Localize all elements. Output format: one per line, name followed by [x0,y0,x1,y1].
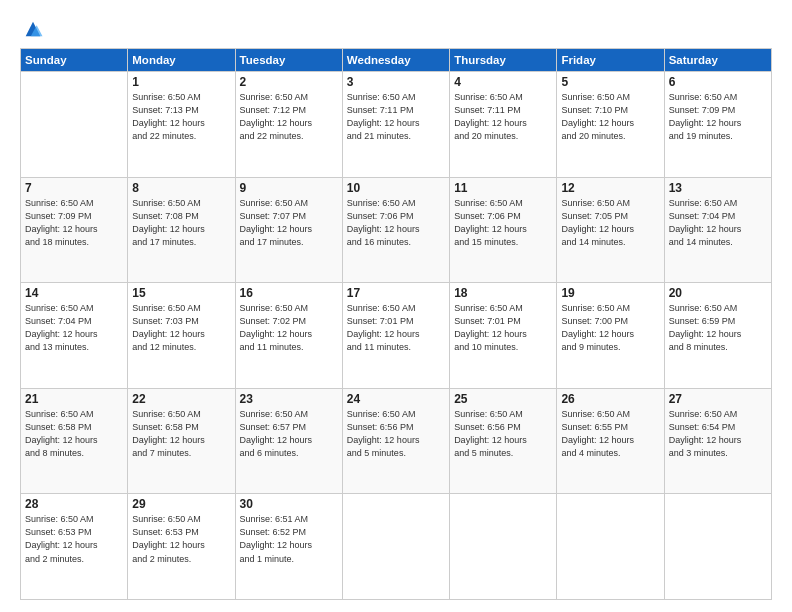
calendar-table: SundayMondayTuesdayWednesdayThursdayFrid… [20,48,772,600]
day-number: 9 [240,181,338,195]
day-info: Sunrise: 6:50 AMSunset: 7:04 PMDaylight:… [25,302,123,354]
day-info: Sunrise: 6:50 AMSunset: 7:09 PMDaylight:… [669,91,767,143]
day-of-week-thursday: Thursday [450,49,557,72]
calendar-cell: 11Sunrise: 6:50 AMSunset: 7:06 PMDayligh… [450,177,557,283]
calendar-cell: 21Sunrise: 6:50 AMSunset: 6:58 PMDayligh… [21,388,128,494]
calendar-cell: 4Sunrise: 6:50 AMSunset: 7:11 PMDaylight… [450,72,557,178]
day-number: 30 [240,497,338,511]
calendar-cell: 12Sunrise: 6:50 AMSunset: 7:05 PMDayligh… [557,177,664,283]
day-info: Sunrise: 6:50 AMSunset: 7:01 PMDaylight:… [347,302,445,354]
calendar-cell [557,494,664,600]
day-info: Sunrise: 6:50 AMSunset: 6:55 PMDaylight:… [561,408,659,460]
calendar-cell: 7Sunrise: 6:50 AMSunset: 7:09 PMDaylight… [21,177,128,283]
calendar-week-3: 14Sunrise: 6:50 AMSunset: 7:04 PMDayligh… [21,283,772,389]
day-info: Sunrise: 6:50 AMSunset: 6:56 PMDaylight:… [347,408,445,460]
calendar-week-2: 7Sunrise: 6:50 AMSunset: 7:09 PMDaylight… [21,177,772,283]
calendar-cell: 18Sunrise: 6:50 AMSunset: 7:01 PMDayligh… [450,283,557,389]
logo [20,22,44,40]
calendar-cell [21,72,128,178]
day-number: 29 [132,497,230,511]
logo-icon [22,18,44,40]
calendar-cell: 25Sunrise: 6:50 AMSunset: 6:56 PMDayligh… [450,388,557,494]
calendar-cell: 28Sunrise: 6:50 AMSunset: 6:53 PMDayligh… [21,494,128,600]
day-info: Sunrise: 6:50 AMSunset: 7:03 PMDaylight:… [132,302,230,354]
day-info: Sunrise: 6:50 AMSunset: 6:53 PMDaylight:… [25,513,123,565]
calendar-week-4: 21Sunrise: 6:50 AMSunset: 6:58 PMDayligh… [21,388,772,494]
calendar-cell: 29Sunrise: 6:50 AMSunset: 6:53 PMDayligh… [128,494,235,600]
calendar-cell: 10Sunrise: 6:50 AMSunset: 7:06 PMDayligh… [342,177,449,283]
day-of-week-friday: Friday [557,49,664,72]
day-number: 13 [669,181,767,195]
calendar-cell: 9Sunrise: 6:50 AMSunset: 7:07 PMDaylight… [235,177,342,283]
day-number: 26 [561,392,659,406]
day-number: 10 [347,181,445,195]
day-info: Sunrise: 6:50 AMSunset: 7:11 PMDaylight:… [454,91,552,143]
day-info: Sunrise: 6:50 AMSunset: 6:57 PMDaylight:… [240,408,338,460]
calendar-cell: 26Sunrise: 6:50 AMSunset: 6:55 PMDayligh… [557,388,664,494]
calendar-week-5: 28Sunrise: 6:50 AMSunset: 6:53 PMDayligh… [21,494,772,600]
calendar-cell: 14Sunrise: 6:50 AMSunset: 7:04 PMDayligh… [21,283,128,389]
day-number: 19 [561,286,659,300]
day-info: Sunrise: 6:50 AMSunset: 7:05 PMDaylight:… [561,197,659,249]
calendar-cell: 2Sunrise: 6:50 AMSunset: 7:12 PMDaylight… [235,72,342,178]
day-info: Sunrise: 6:50 AMSunset: 7:02 PMDaylight:… [240,302,338,354]
calendar-cell: 17Sunrise: 6:50 AMSunset: 7:01 PMDayligh… [342,283,449,389]
day-number: 6 [669,75,767,89]
calendar-cell: 27Sunrise: 6:50 AMSunset: 6:54 PMDayligh… [664,388,771,494]
day-of-week-sunday: Sunday [21,49,128,72]
day-number: 15 [132,286,230,300]
calendar-cell: 13Sunrise: 6:50 AMSunset: 7:04 PMDayligh… [664,177,771,283]
day-info: Sunrise: 6:50 AMSunset: 7:13 PMDaylight:… [132,91,230,143]
day-number: 8 [132,181,230,195]
calendar-week-1: 1Sunrise: 6:50 AMSunset: 7:13 PMDaylight… [21,72,772,178]
day-info: Sunrise: 6:50 AMSunset: 7:04 PMDaylight:… [669,197,767,249]
day-info: Sunrise: 6:50 AMSunset: 7:09 PMDaylight:… [25,197,123,249]
day-info: Sunrise: 6:50 AMSunset: 7:08 PMDaylight:… [132,197,230,249]
day-number: 4 [454,75,552,89]
calendar-cell: 16Sunrise: 6:50 AMSunset: 7:02 PMDayligh… [235,283,342,389]
day-info: Sunrise: 6:50 AMSunset: 7:12 PMDaylight:… [240,91,338,143]
calendar-cell: 15Sunrise: 6:50 AMSunset: 7:03 PMDayligh… [128,283,235,389]
day-info: Sunrise: 6:50 AMSunset: 6:56 PMDaylight:… [454,408,552,460]
calendar-cell: 3Sunrise: 6:50 AMSunset: 7:11 PMDaylight… [342,72,449,178]
calendar-cell: 22Sunrise: 6:50 AMSunset: 6:58 PMDayligh… [128,388,235,494]
day-number: 25 [454,392,552,406]
calendar-cell: 23Sunrise: 6:50 AMSunset: 6:57 PMDayligh… [235,388,342,494]
day-of-week-tuesday: Tuesday [235,49,342,72]
day-number: 11 [454,181,552,195]
calendar-cell: 1Sunrise: 6:50 AMSunset: 7:13 PMDaylight… [128,72,235,178]
day-info: Sunrise: 6:50 AMSunset: 6:59 PMDaylight:… [669,302,767,354]
day-info: Sunrise: 6:50 AMSunset: 7:06 PMDaylight:… [347,197,445,249]
day-number: 21 [25,392,123,406]
day-info: Sunrise: 6:50 AMSunset: 7:07 PMDaylight:… [240,197,338,249]
day-number: 24 [347,392,445,406]
day-number: 1 [132,75,230,89]
day-info: Sunrise: 6:50 AMSunset: 6:58 PMDaylight:… [132,408,230,460]
day-info: Sunrise: 6:50 AMSunset: 7:01 PMDaylight:… [454,302,552,354]
calendar-cell: 5Sunrise: 6:50 AMSunset: 7:10 PMDaylight… [557,72,664,178]
day-info: Sunrise: 6:51 AMSunset: 6:52 PMDaylight:… [240,513,338,565]
day-number: 7 [25,181,123,195]
day-number: 2 [240,75,338,89]
page: SundayMondayTuesdayWednesdayThursdayFrid… [0,0,792,612]
calendar-cell: 30Sunrise: 6:51 AMSunset: 6:52 PMDayligh… [235,494,342,600]
day-info: Sunrise: 6:50 AMSunset: 7:10 PMDaylight:… [561,91,659,143]
calendar-cell [450,494,557,600]
calendar-cell: 20Sunrise: 6:50 AMSunset: 6:59 PMDayligh… [664,283,771,389]
day-info: Sunrise: 6:50 AMSunset: 6:53 PMDaylight:… [132,513,230,565]
day-number: 17 [347,286,445,300]
day-number: 12 [561,181,659,195]
day-number: 22 [132,392,230,406]
day-number: 16 [240,286,338,300]
day-info: Sunrise: 6:50 AMSunset: 7:11 PMDaylight:… [347,91,445,143]
calendar-cell: 8Sunrise: 6:50 AMSunset: 7:08 PMDaylight… [128,177,235,283]
calendar-cell: 6Sunrise: 6:50 AMSunset: 7:09 PMDaylight… [664,72,771,178]
day-info: Sunrise: 6:50 AMSunset: 7:00 PMDaylight:… [561,302,659,354]
day-number: 28 [25,497,123,511]
calendar-cell [664,494,771,600]
calendar-cell [342,494,449,600]
day-info: Sunrise: 6:50 AMSunset: 7:06 PMDaylight:… [454,197,552,249]
day-of-week-saturday: Saturday [664,49,771,72]
calendar-header-row: SundayMondayTuesdayWednesdayThursdayFrid… [21,49,772,72]
calendar-cell: 24Sunrise: 6:50 AMSunset: 6:56 PMDayligh… [342,388,449,494]
